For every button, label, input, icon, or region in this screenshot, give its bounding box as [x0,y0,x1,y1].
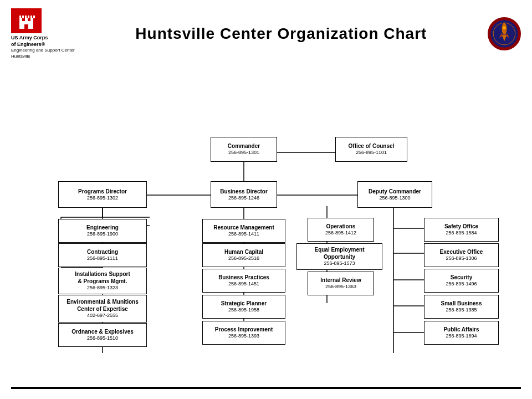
page: US Army Corpsof Engineers® Engineering a… [0,0,532,399]
programs-director-box: Programs Director 256-895-1302 [58,181,147,208]
contracting-box: Contracting 256-895-1111 [58,243,147,267]
human-capital-box: Human Capital 256-895-2516 [202,243,285,267]
office-of-counsel-box: Office of Counsel 256-895-1101 [335,137,407,162]
org-chart: Commander 256-895-1301 Office of Counsel… [6,65,526,386]
ordnance-explosives-box: Ordnance & Explosives 256-895-1510 [58,323,147,347]
title-text: Huntsville Center Organization Chart [75,25,488,43]
public-affairs-box: Public Affairs 256-895-1694 [424,321,499,345]
svg-point-17 [503,27,505,29]
logo-text: US Army Corpsof Engineers® Engineering a… [11,35,75,59]
emblem-icon [488,17,521,50]
environmental-munitions-box: Environmental & Munitions Center of Expe… [58,295,147,323]
security-box: Security 256-895-1496 [424,269,499,293]
business-practices-box: Business Practices 256-895-1451 [202,269,285,293]
svg-rect-10 [24,24,28,29]
bottom-border [11,387,521,389]
svg-rect-3 [30,18,33,22]
deputy-commander-box: Deputy Commander 256-895-1300 [357,181,432,208]
page-title: Huntsville Center Organization Chart [75,25,488,43]
logo-section: US Army Corpsof Engineers® Engineering a… [11,8,75,59]
svg-rect-9 [33,16,35,18]
safety-office-box: Safety Office 256-895-1584 [424,218,499,242]
army-logo-icon [11,8,42,33]
header: US Army Corpsof Engineers® Engineering a… [6,6,526,62]
equal-employment-box: Equal Employment Opportunity 256-895-157… [296,243,382,270]
engineering-box: Engineering 256-895-1900 [58,219,147,243]
small-business-box: Small Business 256-895-1385 [424,295,499,319]
svg-rect-6 [25,16,27,18]
svg-rect-7 [28,16,29,18]
commander-box: Commander 256-895-1301 [211,137,277,162]
svg-rect-2 [25,18,28,22]
process-improvement-box: Process Improvement 256-895-1393 [202,321,285,345]
internal-review-box: Internal Review 256-895-1363 [308,272,374,295]
strategic-planner-box: Strategic Planner 256-895-1958 [202,295,285,319]
executive-office-box: Executive Office 256-895-1306 [424,243,499,267]
svg-rect-1 [19,18,22,22]
operations-box: Operations 256-895-1412 [308,218,374,242]
svg-rect-8 [30,16,32,18]
svg-rect-4 [19,16,21,18]
business-director-box: Business Director 256-895-1246 [211,181,277,208]
svg-rect-5 [22,16,24,18]
installations-support-box: Installations Support & Programs Mgmt. 2… [58,268,147,294]
resource-management-box: Resource Management 256-895-1411 [202,219,285,243]
